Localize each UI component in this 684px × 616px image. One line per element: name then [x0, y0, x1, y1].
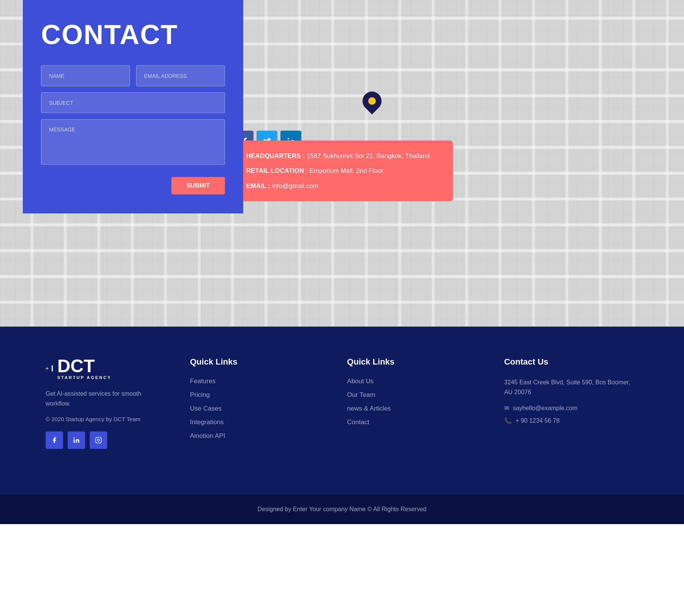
features-link[interactable]: Features: [190, 377, 215, 385]
list-item: news & Articles: [347, 405, 481, 412]
hero-section:  HEADQUARTERS : 1587 Sukhumvit Soi 21, …: [0, 0, 684, 327]
about-us-link[interactable]: About Us: [347, 377, 374, 385]
info-card: HEADQUARTERS : 1587 Sukhumvit Soi 21, Ba…: [233, 141, 453, 202]
footer-instagram-icon[interactable]: [90, 431, 107, 449]
footer-copyright: © 2020 Startup Agency by DCT Team: [46, 416, 167, 422]
svg-point-1: [74, 438, 75, 439]
phone-icon: 📞: [504, 417, 512, 424]
quick-links-1-heading: Quick Links: [190, 357, 324, 367]
list-item: About Us: [347, 377, 481, 385]
contact-us-heading: Contact Us: [504, 357, 638, 367]
retail-info: RETAIL LOCATION : Emporium Mall, 2nd Flo…: [246, 166, 439, 176]
use-cases-link[interactable]: Use Cases: [190, 405, 222, 412]
footer: ÷ DCT STARTUP AGENCY Get AI-assisted ser…: [0, 327, 684, 494]
svg-rect-2: [96, 438, 101, 443]
ainotion-api-link[interactable]: Ainotion API: [190, 432, 225, 439]
list-item: Our Team: [347, 391, 481, 399]
message-textarea[interactable]: [41, 119, 225, 165]
form-name-email-row: [41, 65, 225, 86]
form-message-row: [41, 119, 225, 165]
news-articles-link[interactable]: news & Articles: [347, 405, 391, 412]
footer-description: Get AI-assisted services for smooth work…: [46, 389, 167, 408]
footer-logo: ÷ DCT STARTUP AGENCY: [46, 357, 167, 380]
list-item: Pricing: [190, 391, 324, 399]
list-item: Use Cases: [190, 405, 324, 412]
footer-facebook-icon[interactable]: [46, 431, 63, 449]
footer-linkedin-icon[interactable]: [68, 431, 85, 449]
form-submit-row: SUBMIT: [41, 171, 225, 194]
footer-quick-links-2: Quick Links About Us Our Team news & Art…: [347, 357, 481, 449]
logo-dct-text: DCT: [57, 357, 112, 375]
form-subject-row: [41, 92, 225, 113]
pricing-link[interactable]: Pricing: [190, 391, 210, 398]
email-info: EMAIL : info@gmail.com: [246, 181, 439, 191]
quick-links-2-list: About Us Our Team news & Articles Contac…: [347, 377, 481, 426]
email-icon: ✉: [504, 404, 509, 412]
our-team-link[interactable]: Our Team: [347, 391, 375, 398]
integrations-link[interactable]: Integrations: [190, 419, 224, 426]
logo-div-symbol: ÷: [46, 365, 49, 371]
list-item: Ainotion API: [190, 432, 324, 440]
contact-phone: + 90 1234 56 78: [516, 417, 560, 424]
quick-links-2-heading: Quick Links: [347, 357, 481, 367]
contact-phone-item: 📞 + 90 1234 56 78: [504, 417, 638, 424]
footer-contact-us: Contact Us 3245 East Creek Blvd, Suite 5…: [504, 357, 638, 449]
bottom-bar-text: Designed by Enter Your company Name © Al…: [11, 506, 673, 513]
contact-link[interactable]: Contact: [347, 419, 369, 426]
map-pin-body: [359, 87, 386, 114]
footer-quick-links-1: Quick Links Features Pricing Use Cases I…: [190, 357, 324, 449]
logo-subtitle: STARTUP AGENCY: [57, 375, 112, 380]
headquarters-info: HEADQUARTERS : 1587 Sukhumvit Soi 21, Ba…: [246, 151, 439, 161]
contact-email-item: ✉ sayhello@example.com: [504, 404, 638, 412]
footer-grid: ÷ DCT STARTUP AGENCY Get AI-assisted ser…: [46, 357, 638, 449]
svg-point-0: [287, 137, 289, 139]
footer-brand-column: ÷ DCT STARTUP AGENCY Get AI-assisted ser…: [46, 357, 167, 449]
contact-panel: CONTACT SUBMIT: [23, 0, 243, 213]
submit-button[interactable]: SUBMIT: [171, 177, 225, 194]
footer-social-icons: [46, 431, 167, 449]
list-item: Contact: [347, 419, 481, 426]
contact-email: sayhello@example.com: [513, 405, 578, 412]
list-item: Features: [190, 377, 324, 385]
email-input[interactable]: [136, 65, 225, 86]
contact-title: CONTACT: [41, 19, 225, 50]
list-item: Integrations: [190, 419, 324, 426]
name-input[interactable]: [41, 65, 130, 86]
subject-input[interactable]: [41, 92, 225, 113]
map-pin: [363, 92, 382, 114]
contact-address: 3245 East Creek Blvd, Suite 590, Bos Boo…: [504, 377, 638, 397]
map-pin-dot: [367, 96, 377, 106]
quick-links-1-list: Features Pricing Use Cases Integrations …: [190, 377, 324, 440]
bottom-bar: Designed by Enter Your company Name © Al…: [0, 494, 684, 524]
